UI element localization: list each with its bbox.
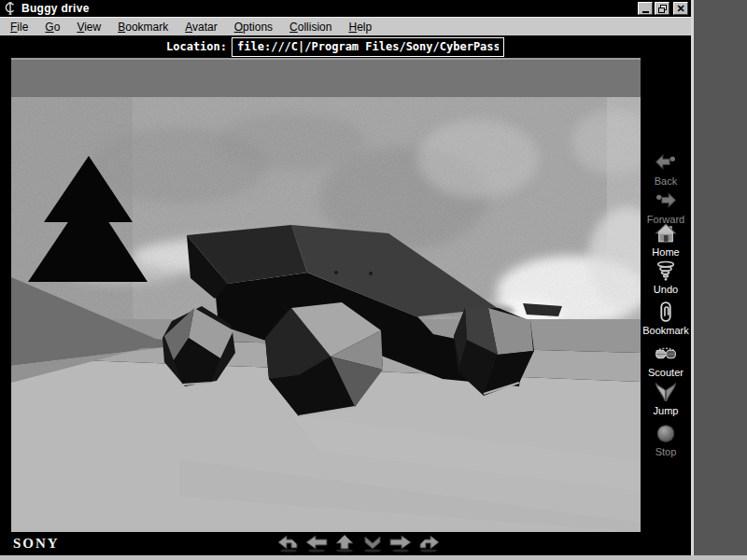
scene-svg <box>11 58 641 532</box>
menu-item-help[interactable]: Help <box>340 21 380 34</box>
stop-sphere-icon <box>654 422 678 445</box>
sony-logo: SONY <box>13 537 60 552</box>
close-button[interactable]: ✕ <box>673 2 688 15</box>
sidebar-button-back[interactable]: Back <box>641 151 691 187</box>
sidebar-button-label: Scouter <box>648 367 684 378</box>
sidebar-button-label: Back <box>655 175 677 187</box>
home-icon <box>654 222 678 245</box>
main-area: BackForwardHomeUndoBookmarkScouterJumpSt… <box>0 58 691 532</box>
bottom-bar: SONY <box>0 532 691 555</box>
movement-controls <box>276 534 441 556</box>
restore-button[interactable] <box>655 2 669 15</box>
move-down-arrow-icon <box>360 534 385 553</box>
menu-item-bookmark[interactable]: Bookmark <box>109 21 176 34</box>
window-controls: ✕ <box>638 2 688 15</box>
sidebar-button-bookmark[interactable]: Bookmark <box>641 301 691 336</box>
move-down-arrow-button[interactable] <box>360 534 385 556</box>
menu-item-avatar[interactable]: Avatar <box>176 21 225 34</box>
turn-left-arrow-icon <box>276 534 301 553</box>
menu-item-view[interactable]: View <box>68 21 109 34</box>
right-panel <box>694 0 747 555</box>
jump-wings-icon <box>654 381 678 404</box>
sidebar-button-undo[interactable]: Undo <box>641 259 691 295</box>
menu-item-collision[interactable]: Collision <box>281 21 340 34</box>
sidebar-button-label: Jump <box>654 405 679 416</box>
move-right-arrow-button[interactable] <box>388 534 413 556</box>
sidebar-button-stop[interactable]: Stop <box>641 422 691 457</box>
forward-arrow-icon <box>654 189 678 213</box>
location-bar: Location: <box>0 35 691 58</box>
minimize-icon <box>642 11 649 13</box>
window-bottom-border <box>0 555 747 560</box>
sidebar-button-home[interactable]: Home <box>641 222 691 258</box>
scouter-goggles-icon <box>654 343 678 366</box>
restore-icon <box>658 5 667 13</box>
menu-item-go[interactable]: Go <box>36 21 68 34</box>
back-arrow-icon <box>654 151 678 175</box>
move-up-arrow-button[interactable] <box>332 534 357 556</box>
minimize-button[interactable] <box>638 2 653 15</box>
sidebar-button-scouter[interactable]: Scouter <box>641 343 691 378</box>
move-left-arrow-button[interactable] <box>304 534 329 556</box>
sidebar-button-forward[interactable]: Forward <box>641 189 691 225</box>
title-bar: Buggy drive ✕ <box>0 0 691 17</box>
move-right-arrow-icon <box>388 534 413 553</box>
window-title: Buggy drive <box>21 2 90 15</box>
move-left-arrow-icon <box>304 534 329 553</box>
bookmark-paperclip-icon <box>654 301 678 324</box>
turn-left-arrow-button[interactable] <box>276 534 301 556</box>
sidebar-button-label: Home <box>652 246 679 258</box>
3d-viewport[interactable] <box>11 58 641 532</box>
close-icon: ✕ <box>676 4 684 13</box>
cyberpassage-logo-icon <box>4 2 17 15</box>
sidebar-button-label: Bookmark <box>642 325 689 336</box>
move-up-arrow-icon <box>332 534 357 553</box>
menu-item-file[interactable]: File <box>2 21 36 34</box>
location-label: Location: <box>166 40 227 53</box>
app-window: Buggy drive ✕ FileGoViewBookmarkAvatarOp… <box>0 0 747 560</box>
sidebar-button-label: Undo <box>654 284 678 295</box>
menu-bar: FileGoViewBookmarkAvatarOptionsCollision… <box>0 17 691 35</box>
nav-sidebar: BackForwardHomeUndoBookmarkScouterJumpSt… <box>641 58 691 532</box>
sidebar-button-jump[interactable]: Jump <box>641 381 691 416</box>
sidebar-button-label: Stop <box>655 446 677 457</box>
undo-tornado-icon <box>654 259 678 283</box>
turn-right-arrow-button[interactable] <box>416 534 441 556</box>
location-input[interactable] <box>232 37 504 57</box>
turn-right-arrow-icon <box>416 534 441 553</box>
menu-item-options[interactable]: Options <box>226 21 281 34</box>
